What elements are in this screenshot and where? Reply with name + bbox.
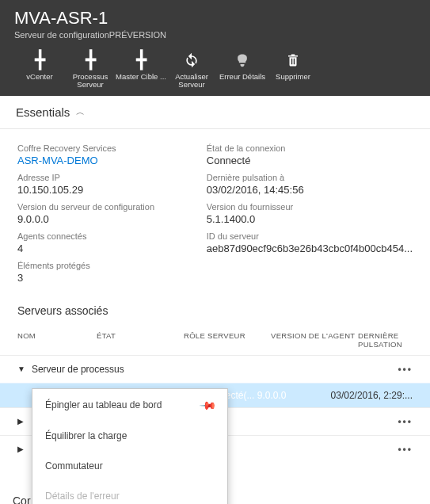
toolbar: ╋ vCenter ╋ Processus Serveur ╋ Master C… <box>14 51 416 90</box>
process-server-button[interactable]: ╋ Processus Serveur <box>65 51 116 90</box>
refresh-button[interactable]: Actualiser Serveur <box>166 51 217 90</box>
refresh-icon <box>184 51 200 70</box>
footer-cut-label: Cor <box>13 494 31 504</box>
plus-icon: ╋ <box>35 51 45 70</box>
associated-servers-title: Serveurs associés <box>0 290 430 325</box>
col-etat: ÉTAT <box>97 331 184 349</box>
vcenter-label: vCenter <box>26 73 52 81</box>
refresh-label: Actualiser Serveur <box>166 73 217 90</box>
pin-icon: 📌 <box>199 395 217 414</box>
vault-label: Coffre Recovery Services <box>17 143 207 153</box>
master-target-button[interactable]: ╋ Master Cible ... <box>116 51 166 90</box>
essentials-left: Coffre Recovery Services ASR-MVA-DEMO Ad… <box>17 137 207 284</box>
page-title: MVA-ASR-1 <box>14 8 416 29</box>
warning-icon <box>234 51 250 70</box>
essentials-right: État de la connexion Connecté Dernière p… <box>207 137 413 284</box>
chevron-down-icon: ▼ <box>17 365 25 373</box>
process-label: Processus Serveur <box>65 73 116 90</box>
ip-value: 10.150.105.29 <box>17 184 207 196</box>
group-more-icon[interactable]: ••• <box>398 416 413 427</box>
server-id-label: ID du serveur <box>207 231 413 241</box>
heartbeat-label: Dernière pulsation à <box>207 173 413 182</box>
error-details-button[interactable]: Erreur Détails <box>217 51 268 90</box>
plus-icon: ╋ <box>86 51 96 70</box>
chevron-right-icon: ▶ <box>17 417 24 426</box>
server-id-value: aeb87d90ecf9c6b3e26b43cbc0f4b00cb454... <box>207 242 413 254</box>
trash-icon <box>286 51 300 70</box>
provider-version-value: 5.1.1400.0 <box>207 213 413 225</box>
col-last: DERNIÈRE PULSATION <box>358 331 413 349</box>
essentials-toggle[interactable]: Essentials ︿ <box>0 96 430 129</box>
col-version: VERSION DE L'AGENT <box>271 331 358 349</box>
page-subtitle: Serveur de configurationPRÉVERSION <box>14 30 416 40</box>
ip-label: Adresse IP <box>17 173 207 182</box>
conn-state-label: État de la connexion <box>207 143 413 153</box>
agents-value: 4 <box>17 242 207 254</box>
master-label: Master Cible ... <box>116 73 166 81</box>
conn-state-value: Connecté <box>207 155 413 166</box>
error-label: Erreur Détails <box>219 73 265 81</box>
blade-header: MVA-ASR-1 Serveur de configurationPRÉVER… <box>0 0 430 96</box>
group-label: Serveur de processus <box>32 364 124 375</box>
col-nom: NOM <box>17 331 97 349</box>
col-role: RÔLE SERVEUR <box>184 331 271 349</box>
row-last-heartbeat: 03/02/2016, 2:29:... <box>310 390 413 401</box>
ctx-error-details: Détails de l'erreur <box>32 481 227 504</box>
ctx-balance[interactable]: Équilibrer la charge <box>32 421 227 451</box>
protected-label: Éléments protégés <box>17 261 207 270</box>
vault-link[interactable]: ASR-MVA-DEMO <box>17 155 207 166</box>
delete-button[interactable]: Supprimer <box>268 51 318 90</box>
provider-version-label: Version du fournisseur <box>207 202 413 212</box>
chevron-up-icon: ︿ <box>76 106 85 118</box>
essentials-panel: Coffre Recovery Services ASR-MVA-DEMO Ad… <box>0 129 430 290</box>
group-more-icon[interactable]: ••• <box>398 364 413 375</box>
vcenter-button[interactable]: ╋ vCenter <box>14 51 65 90</box>
group-more-icon[interactable]: ••• <box>398 444 413 455</box>
table-header: NOM ÉTAT RÔLE SERVEUR VERSION DE L'AGENT… <box>0 325 430 355</box>
delete-label: Supprimer <box>276 73 310 81</box>
chevron-right-icon: ▶ <box>17 445 24 453</box>
ctx-switch[interactable]: Commutateur <box>32 451 227 481</box>
essentials-label: Essentials <box>16 105 70 119</box>
context-menu: Épingler au tableau de bord 📌 Équilibrer… <box>32 388 228 504</box>
config-version-label: Version du serveur de configuration <box>17 202 207 212</box>
heartbeat-value: 03/02/2016, 14:45:56 <box>207 184 413 196</box>
protected-value: 3 <box>17 272 207 284</box>
group-process-server[interactable]: ▼ Serveur de processus ••• <box>0 355 430 383</box>
plus-icon: ╋ <box>136 51 147 70</box>
agents-label: Agents connectés <box>17 231 207 241</box>
config-version-value: 9.0.0.0 <box>17 213 207 225</box>
ctx-pin[interactable]: Épingler au tableau de bord 📌 <box>32 389 227 421</box>
